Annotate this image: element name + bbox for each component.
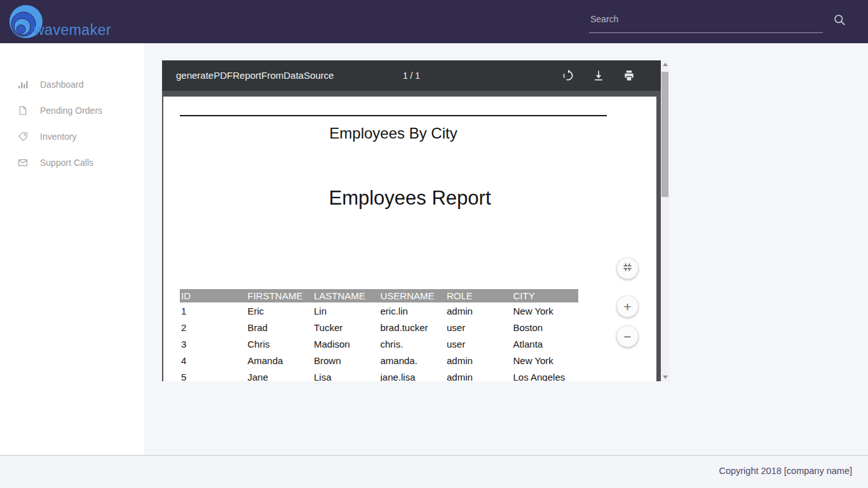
pdf-toolbar-actions — [562, 60, 635, 91]
search-field-wrap — [589, 8, 823, 33]
cell: New York — [512, 352, 579, 369]
column-header: CITY — [512, 289, 579, 302]
rotate-icon[interactable] — [562, 69, 574, 82]
bar-chart-icon — [18, 79, 28, 90]
cell: Chris — [247, 336, 313, 352]
download-icon[interactable] — [592, 69, 605, 82]
cell: Tucker — [313, 319, 379, 336]
pdf-page: Employees By City Employees Report ID FI… — [163, 97, 656, 381]
cell: Atlanta — [512, 336, 579, 352]
cell: user — [445, 319, 512, 336]
document-report-title: Employees Report — [163, 187, 656, 210]
app-root: wavemaker Dashboard — [0, 0, 868, 488]
cell: admin — [445, 302, 512, 319]
cell: Amanda — [247, 352, 313, 369]
cell: user — [445, 336, 512, 352]
table-row: 5 Jane Lisa jane.lisa admin Los Angeles — [180, 369, 578, 381]
employees-table: ID FIRSTNAME LASTNAME USERNAME ROLE CITY… — [180, 289, 578, 381]
zoom-out-button[interactable]: − — [617, 326, 638, 347]
logo-wordmark: wavemaker — [34, 22, 111, 39]
sidebar-item-label: Support Calls — [40, 158, 93, 168]
envelope-icon — [18, 158, 28, 168]
cell: eric.lin — [379, 302, 446, 319]
cell: jane.lisa — [379, 369, 446, 381]
cell: Eric — [247, 302, 313, 319]
cell: Lin — [313, 302, 379, 319]
cell: admin — [445, 352, 512, 369]
cell: Lisa — [313, 369, 379, 381]
fit-to-page-icon — [622, 262, 633, 275]
cell: Brad — [247, 319, 313, 336]
pdf-toolbar: 1 / 1 generatePDFReportFromDataSource — [162, 60, 661, 91]
pdf-viewport: Employees By City Employees Report ID FI… — [162, 91, 661, 381]
pdf-document-title: generatePDFReportFromDataSource — [176, 60, 334, 91]
page-footer: Copyright 2018 [company name] — [0, 455, 868, 488]
scroll-down-arrow-icon[interactable] — [661, 373, 669, 381]
sidebar-item-label: Dashboard — [40, 79, 84, 90]
tag-icon — [18, 132, 28, 142]
sidebar-nav: Dashboard Pending Orders Inventory — [0, 43, 144, 175]
sidebar-item-label: Inventory — [40, 132, 77, 142]
sidebar-item-pending-orders[interactable]: Pending Orders — [0, 97, 144, 123]
cell: 2 — [180, 319, 247, 336]
column-header: LASTNAME — [313, 289, 379, 302]
cell: Los Angeles — [512, 369, 579, 381]
top-header: wavemaker — [0, 0, 868, 43]
column-header: USERNAME — [379, 289, 446, 302]
cell: amanda. — [379, 352, 446, 369]
search-icon[interactable] — [833, 13, 846, 27]
cell: 1 — [180, 302, 247, 319]
sidebar-item-support-calls[interactable]: Support Calls — [0, 149, 144, 175]
cell: 4 — [180, 352, 247, 369]
copyright-text: Copyright 2018 [company name] — [719, 466, 852, 476]
scroll-up-arrow-icon[interactable] — [661, 60, 669, 69]
cell: brad.tucker — [379, 319, 446, 336]
cell: Madison — [313, 336, 379, 352]
sidebar-item-label: Pending Orders — [40, 105, 102, 116]
scrollbar-thumb[interactable] — [661, 72, 668, 197]
search-input[interactable] — [589, 8, 823, 33]
table-row: 4 Amanda Brown amanda. admin New York — [180, 352, 578, 369]
plus-icon: + — [623, 299, 631, 315]
cell: 3 — [180, 336, 247, 352]
zoom-in-button[interactable]: + — [617, 296, 638, 317]
table-row: 2 Brad Tucker brad.tucker user Boston — [180, 319, 578, 336]
print-icon[interactable] — [623, 69, 635, 82]
cell: Brown — [313, 352, 379, 369]
cell: New York — [512, 302, 579, 319]
pdf-scrollbar[interactable] — [661, 60, 669, 381]
column-header: ID — [180, 289, 247, 302]
document-section-title: Employees By City — [180, 125, 607, 142]
left-sidebar: Dashboard Pending Orders Inventory — [0, 43, 144, 455]
sidebar-item-dashboard[interactable]: Dashboard — [0, 71, 144, 97]
pdf-viewer: 1 / 1 generatePDFReportFromDataSource — [162, 60, 669, 381]
cell: Jane — [247, 369, 313, 381]
document-rule-line — [180, 115, 607, 116]
column-header: FIRSTNAME — [247, 289, 313, 302]
minus-icon: − — [623, 329, 631, 344]
table-row: 3 Chris Madison chris. user Atlanta — [180, 336, 578, 352]
cell: Boston — [512, 319, 579, 336]
cell: chris. — [379, 336, 446, 352]
cell: 5 — [180, 369, 247, 381]
fit-to-page-button[interactable] — [617, 258, 638, 279]
table-row: 1 Eric Lin eric.lin admin New York — [180, 302, 578, 319]
document-icon — [18, 105, 28, 116]
column-header: ROLE — [445, 289, 512, 302]
sidebar-item-inventory[interactable]: Inventory — [0, 123, 144, 149]
table-header-row: ID FIRSTNAME LASTNAME USERNAME ROLE CITY — [180, 289, 578, 302]
cell: admin — [445, 369, 512, 381]
